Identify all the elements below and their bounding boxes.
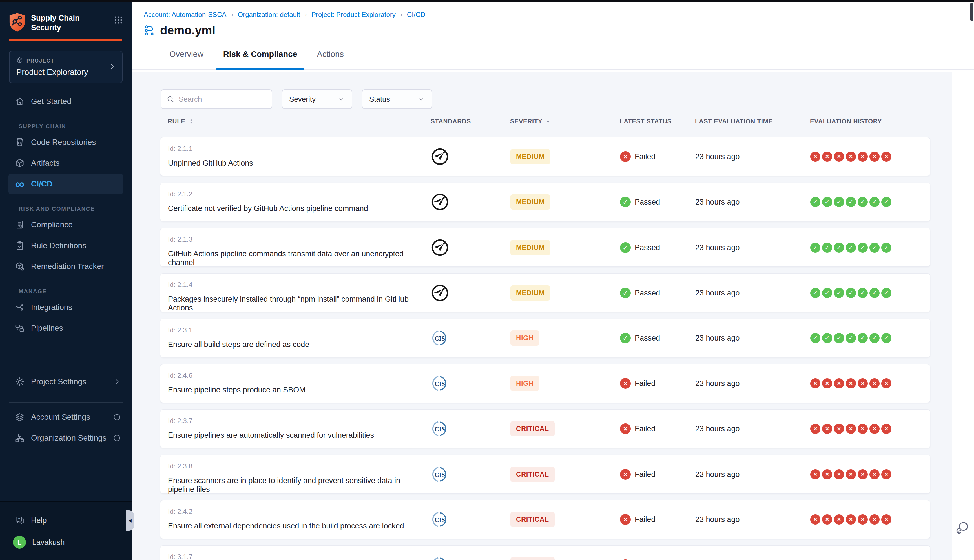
history-pass-icon[interactable]: ✓ xyxy=(846,243,856,253)
rule-row[interactable]: Id: 2.1.2Certificate not verified by Git… xyxy=(160,183,930,222)
history-fail-icon[interactable]: × xyxy=(846,152,856,162)
sidebar-item-integrations[interactable]: Integrations xyxy=(0,297,132,318)
history-pass-icon[interactable]: ✓ xyxy=(834,288,844,298)
history-pass-icon[interactable]: ✓ xyxy=(846,197,856,207)
history-pass-icon[interactable]: ✓ xyxy=(834,243,844,253)
column-header-latest-status[interactable]: LATEST STATUS xyxy=(614,118,687,125)
history-pass-icon[interactable]: ✓ xyxy=(822,288,832,298)
status-filter-select[interactable]: Status xyxy=(362,89,432,109)
rule-row[interactable]: Id: 2.4.2Ensure all external dependencie… xyxy=(160,500,930,539)
history-pass-icon[interactable]: ✓ xyxy=(810,333,821,343)
tab-overview[interactable]: Overview xyxy=(163,46,210,69)
breadcrumb-link[interactable]: Project: Product Exploratory xyxy=(312,11,396,18)
search-input[interactable] xyxy=(178,95,263,104)
user-menu[interactable]: L Lavakush xyxy=(0,531,132,553)
history-fail-icon[interactable]: × xyxy=(881,424,891,434)
history-fail-icon[interactable]: × xyxy=(857,424,868,434)
history-pass-icon[interactable]: ✓ xyxy=(810,243,821,253)
rule-row[interactable]: Id: 2.1.3GitHub Actions pipeline command… xyxy=(160,228,930,267)
history-fail-icon[interactable]: × xyxy=(846,378,856,388)
history-fail-icon[interactable]: × xyxy=(834,378,844,388)
history-pass-icon[interactable]: ✓ xyxy=(822,197,832,207)
history-pass-icon[interactable]: ✓ xyxy=(822,243,832,253)
project-selector[interactable]: PROJECT Product Exploratory xyxy=(9,51,123,83)
rule-row[interactable]: Id: 2.1.1Unpinned GitHub ActionsMEDIUM×F… xyxy=(160,137,930,176)
history-fail-icon[interactable]: × xyxy=(846,424,856,434)
history-fail-icon[interactable]: × xyxy=(834,424,844,434)
scrollbar-thumb[interactable] xyxy=(970,3,974,21)
help-button[interactable]: ? Help xyxy=(0,509,132,531)
sidebar-item-code-repositories[interactable]: Code Repositories xyxy=(0,132,132,153)
history-pass-icon[interactable]: ✓ xyxy=(869,288,880,298)
history-fail-icon[interactable]: × xyxy=(881,152,891,162)
sidebar-item-account-settings[interactable]: Account Settings xyxy=(0,407,132,428)
history-fail-icon[interactable]: × xyxy=(857,469,868,480)
history-fail-icon[interactable]: × xyxy=(857,152,868,162)
sidebar-item-ci-cd[interactable]: ∞CI/CD xyxy=(8,173,123,194)
sidebar-item-remediation-tracker[interactable]: Remediation Tracker xyxy=(0,256,132,277)
sidebar-collapse-handle[interactable]: ◀ xyxy=(126,510,134,531)
history-pass-icon[interactable]: ✓ xyxy=(881,243,891,253)
history-fail-icon[interactable]: × xyxy=(846,469,856,480)
column-header-standards[interactable]: STANDARDS xyxy=(422,118,507,125)
tab-actions[interactable]: Actions xyxy=(310,46,350,69)
sidebar-item-project-settings[interactable]: Project Settings xyxy=(0,371,132,392)
sidebar-item-organization-settings[interactable]: Organization Settings xyxy=(0,428,132,448)
severity-filter-select[interactable]: Severity xyxy=(282,89,352,109)
module-grid-icon[interactable] xyxy=(113,12,123,26)
sidebar-item-compliance[interactable]: Compliance xyxy=(0,214,132,235)
history-fail-icon[interactable]: × xyxy=(810,469,821,480)
rule-row[interactable]: Id: 2.3.7Ensure pipelines are automatica… xyxy=(160,409,930,448)
history-pass-icon[interactable]: ✓ xyxy=(857,197,868,207)
history-fail-icon[interactable]: × xyxy=(810,514,821,525)
history-fail-icon[interactable]: × xyxy=(869,514,880,525)
history-pass-icon[interactable]: ✓ xyxy=(834,197,844,207)
chat-launcher-icon[interactable] xyxy=(955,520,969,535)
history-fail-icon[interactable]: × xyxy=(822,469,832,480)
history-pass-icon[interactable]: ✓ xyxy=(834,333,844,343)
history-pass-icon[interactable]: ✓ xyxy=(869,243,880,253)
history-fail-icon[interactable]: × xyxy=(846,514,856,525)
sidebar-item-rule-definitions[interactable]: Rule Definitions xyxy=(0,235,132,256)
history-pass-icon[interactable]: ✓ xyxy=(857,243,868,253)
history-fail-icon[interactable]: × xyxy=(881,378,891,388)
breadcrumb-link[interactable]: Account: Automation-SSCA xyxy=(144,11,226,18)
history-fail-icon[interactable]: × xyxy=(869,378,880,388)
rule-row[interactable]: Id: 3.1.7CISCRITICAL×Failed23 hours ago×… xyxy=(160,545,930,560)
history-fail-icon[interactable]: × xyxy=(881,469,891,480)
history-fail-icon[interactable]: × xyxy=(822,514,832,525)
history-fail-icon[interactable]: × xyxy=(869,152,880,162)
history-pass-icon[interactable]: ✓ xyxy=(881,333,891,343)
breadcrumb-link[interactable]: CI/CD xyxy=(407,11,425,18)
rule-row[interactable]: Id: 2.3.1Ensure all build steps are defi… xyxy=(160,318,930,357)
history-fail-icon[interactable]: × xyxy=(881,514,891,525)
rule-row[interactable]: Id: 2.1.4Packages insecurely installed t… xyxy=(160,273,930,312)
history-pass-icon[interactable]: ✓ xyxy=(869,333,880,343)
history-fail-icon[interactable]: × xyxy=(857,378,868,388)
history-pass-icon[interactable]: ✓ xyxy=(810,197,821,207)
history-fail-icon[interactable]: × xyxy=(810,424,821,434)
column-header-evaluation-history[interactable]: EVALUATION HISTORY xyxy=(800,118,930,125)
breadcrumb-link[interactable]: Organization: default xyxy=(238,11,300,18)
rule-row[interactable]: Id: 2.4.6Ensure pipeline steps produce a… xyxy=(160,364,930,403)
history-fail-icon[interactable]: × xyxy=(869,469,880,480)
history-pass-icon[interactable]: ✓ xyxy=(857,288,868,298)
history-fail-icon[interactable]: × xyxy=(822,378,832,388)
history-pass-icon[interactable]: ✓ xyxy=(846,333,856,343)
sidebar-item-get-started[interactable]: Get Started xyxy=(0,91,132,112)
history-pass-icon[interactable]: ✓ xyxy=(846,288,856,298)
history-fail-icon[interactable]: × xyxy=(857,514,868,525)
history-fail-icon[interactable]: × xyxy=(869,424,880,434)
column-header-rule[interactable]: RULE xyxy=(160,118,422,125)
history-fail-icon[interactable]: × xyxy=(834,469,844,480)
history-pass-icon[interactable]: ✓ xyxy=(869,197,880,207)
history-pass-icon[interactable]: ✓ xyxy=(822,333,832,343)
history-fail-icon[interactable]: × xyxy=(822,424,832,434)
history-pass-icon[interactable]: ✓ xyxy=(881,288,891,298)
column-header-last-evaluation-time[interactable]: LAST EVALUATION TIME xyxy=(687,118,800,125)
history-fail-icon[interactable]: × xyxy=(810,152,821,162)
tab-risk-compliance[interactable]: Risk & Compliance xyxy=(217,46,304,69)
history-fail-icon[interactable]: × xyxy=(822,152,832,162)
history-pass-icon[interactable]: ✓ xyxy=(857,333,868,343)
history-pass-icon[interactable]: ✓ xyxy=(881,197,891,207)
